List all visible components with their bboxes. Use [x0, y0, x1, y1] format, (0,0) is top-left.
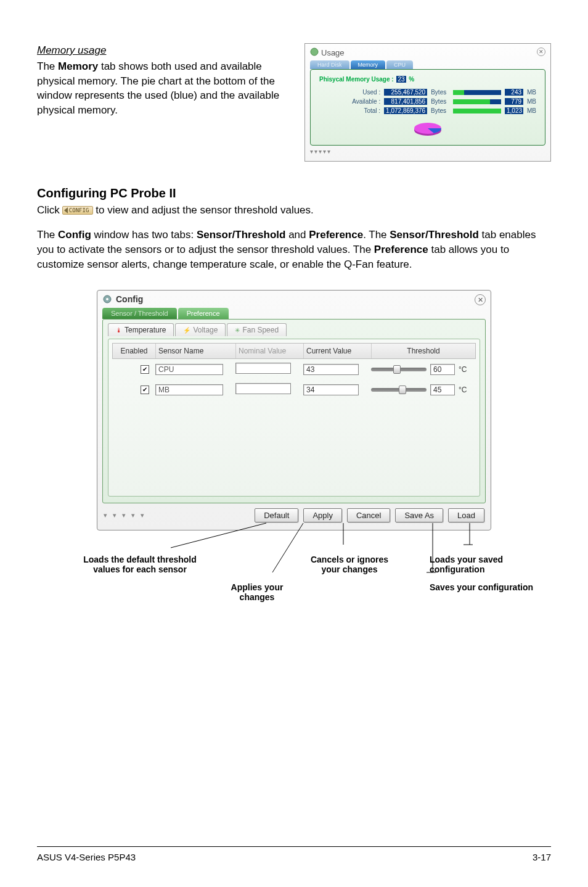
bytes-unit: Bytes [431, 89, 449, 96]
table-header: Enabled Sensor Name Nominal Value Curren… [112, 343, 476, 359]
bytes-unit: Bytes [431, 107, 449, 114]
annotation-cancel: Cancels or ignores your changes [306, 555, 393, 574]
subtab-fan-speed[interactable]: ✳Fan Speed [227, 323, 287, 336]
current-value-field: 34 [303, 384, 359, 395]
nominal-value-field [235, 383, 291, 394]
percent-sign: % [409, 76, 414, 83]
mb-value: 779 [505, 98, 523, 105]
text: to view and adjust the sensor threshold … [96, 204, 313, 217]
usage-window-title: Usage [321, 48, 345, 57]
config-window: Config ✕ Sensor / Threshold Preference 🌡… [97, 290, 491, 530]
text-bold: Memory [58, 60, 98, 72]
config-paragraph: The Config window has two tabs: Sensor/T… [37, 228, 551, 271]
usage-window: Usage ✕ Hard Disk Memory CPU Phisycal Me… [304, 43, 551, 162]
col-nominal-value: Nominal Value [236, 344, 304, 358]
subtab-voltage[interactable]: ⚡Voltage [175, 323, 226, 336]
mb-unit: MB [527, 107, 536, 114]
physical-memory-percent: 23 [396, 76, 406, 83]
text: Click [37, 204, 60, 217]
memory-usage-heading: Memory usage [37, 43, 292, 58]
bytes-unit: Bytes [431, 98, 449, 105]
mb-value: 1,023 [505, 107, 523, 114]
bolt-icon: ⚡ [183, 327, 190, 334]
nominal-value-field [235, 363, 291, 374]
subtab-temperature[interactable]: 🌡Temperature [108, 323, 174, 336]
gear-icon [102, 294, 112, 304]
col-sensor-name: Sensor Name [156, 344, 236, 358]
thermometer-icon: 🌡 [116, 327, 122, 334]
tab-hard-disk[interactable]: Hard Disk [310, 60, 349, 69]
bar [453, 109, 502, 113]
bar [453, 90, 502, 95]
label: Available : [350, 98, 380, 105]
unit-label: °C [459, 386, 467, 394]
mb-unit: MB [527, 98, 536, 105]
annotation-load: Loads your saved configuration [430, 555, 534, 574]
annotation-apply: Applies your changes [214, 582, 300, 602]
annotation-save: Saves your configuration [430, 582, 534, 592]
bytes-value: 255,467,520 [384, 89, 427, 96]
footer-left: ASUS V4-Series P5P43 [37, 852, 136, 862]
label: Total : [350, 107, 380, 114]
footer-right: 3-17 [533, 852, 551, 862]
cancel-button[interactable]: Cancel [347, 508, 390, 522]
mb-value: 243 [505, 89, 523, 96]
col-enabled: Enabled [113, 344, 156, 358]
resize-grip[interactable]: ▾ ▾ ▾ ▾ ▾ [104, 511, 250, 519]
unit-label: °C [459, 365, 467, 374]
close-icon[interactable]: ✕ [537, 47, 545, 56]
config-window-title: Config [116, 294, 143, 304]
bar [453, 99, 502, 104]
tab-cpu[interactable]: CPU [386, 60, 413, 69]
click-line: Click CONFIG to view and adjust the sens… [37, 204, 551, 217]
mem-row-used: Used : 255,467,520 Bytes 243 MB [350, 89, 536, 96]
col-threshold: Threshold [372, 344, 475, 358]
memory-usage-paragraph: The Memory tab shows both used and avail… [37, 59, 292, 118]
threshold-value-field[interactable]: 45 [430, 384, 455, 395]
physical-memory-label: Phisycal Memory Usage : [319, 76, 394, 83]
text: The [37, 60, 58, 72]
threshold-slider[interactable] [371, 368, 427, 371]
bytes-value: 817,401,856 [384, 98, 427, 105]
bytes-value: 1,072,869,376 [384, 107, 427, 114]
svg-point-0 [311, 48, 318, 56]
configuring-heading: Configuring PC Probe II [37, 186, 551, 200]
sensor-name-field[interactable]: CPU [155, 364, 223, 375]
table-row: ✔ CPU 43 60 °C [112, 359, 476, 379]
current-value-field: 43 [303, 364, 359, 375]
sensor-name-field[interactable]: MB [155, 384, 223, 395]
default-button[interactable]: Default [255, 508, 298, 522]
config-inline-button[interactable]: CONFIG [62, 206, 94, 215]
table-row: ✔ MB 34 45 °C [112, 379, 476, 400]
mem-row-available: Available : 817,401,856 Bytes 779 MB [350, 98, 536, 105]
threshold-slider[interactable] [371, 388, 427, 392]
tab-sensor-threshold[interactable]: Sensor / Threshold [102, 308, 177, 319]
usage-icon [310, 47, 319, 58]
fan-icon: ✳ [235, 327, 240, 334]
load-button[interactable]: Load [448, 508, 484, 522]
tab-memory[interactable]: Memory [351, 60, 386, 69]
col-current-value: Current Value [304, 344, 372, 358]
tab-preference[interactable]: Preference [178, 308, 229, 319]
svg-point-4 [106, 298, 108, 300]
mem-row-total: Total : 1,072,869,376 Bytes 1,023 MB [350, 107, 536, 114]
label: Used : [350, 89, 380, 96]
mb-unit: MB [527, 89, 536, 96]
resize-grip[interactable]: ▾▾▾▾▾ [310, 148, 545, 155]
save-as-button[interactable]: Save As [395, 508, 443, 522]
memory-pie-chart [409, 119, 446, 138]
threshold-value-field[interactable]: 60 [430, 364, 455, 375]
enabled-checkbox[interactable]: ✔ [141, 365, 149, 374]
annotation-default: Loads the default threshold values for e… [78, 555, 202, 574]
apply-button[interactable]: Apply [303, 508, 342, 522]
enabled-checkbox[interactable]: ✔ [141, 386, 149, 394]
